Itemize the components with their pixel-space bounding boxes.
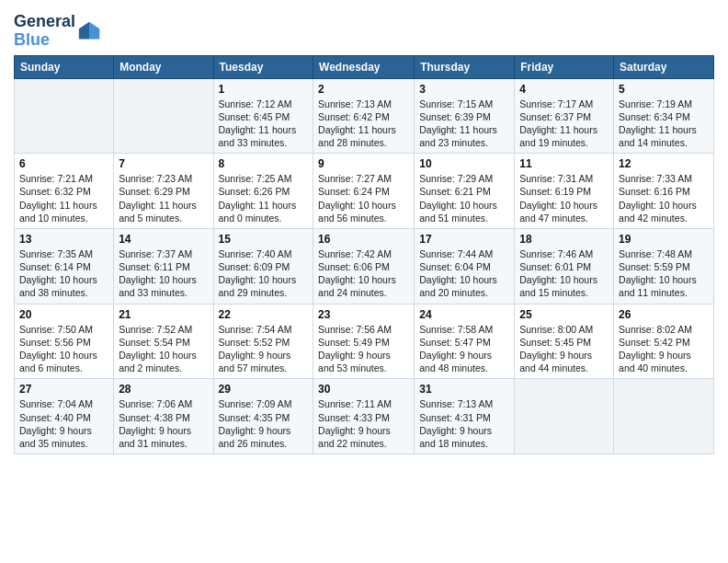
- day-info: Sunrise: 7:54 AM Sunset: 5:52 PM Dayligh…: [219, 323, 309, 375]
- day-number: 6: [19, 157, 108, 170]
- day-cell: 9Sunrise: 7:27 AM Sunset: 6:24 PM Daylig…: [313, 154, 415, 229]
- day-cell: 13Sunrise: 7:35 AM Sunset: 6:14 PM Dayli…: [15, 228, 114, 304]
- day-cell: 27Sunrise: 7:04 AM Sunset: 4:40 PM Dayli…: [15, 379, 114, 454]
- logo: GeneralBlue: [14, 13, 103, 50]
- day-cell: [614, 379, 714, 454]
- day-cell: [114, 78, 213, 154]
- day-info: Sunrise: 7:35 AM Sunset: 6:14 PM Dayligh…: [19, 247, 108, 300]
- col-header-wednesday: Wednesday: [313, 55, 415, 78]
- day-number: 22: [219, 308, 309, 321]
- col-header-monday: Monday: [114, 55, 213, 78]
- day-number: 11: [519, 157, 609, 170]
- day-number: 25: [519, 308, 609, 321]
- day-number: 9: [318, 157, 409, 170]
- week-row-3: 13Sunrise: 7:35 AM Sunset: 6:14 PM Dayli…: [15, 228, 714, 304]
- day-number: 26: [619, 308, 709, 321]
- day-number: 28: [119, 383, 208, 396]
- day-info: Sunrise: 7:15 AM Sunset: 6:39 PM Dayligh…: [419, 98, 509, 150]
- svg-marker-1: [79, 22, 89, 40]
- calendar-header: SundayMondayTuesdayWednesdayThursdayFrid…: [15, 55, 714, 78]
- day-info: Sunrise: 7:31 AM Sunset: 6:19 PM Dayligh…: [519, 172, 609, 224]
- day-cell: 4Sunrise: 7:17 AM Sunset: 6:37 PM Daylig…: [515, 78, 614, 154]
- calendar-table: SundayMondayTuesdayWednesdayThursdayFrid…: [14, 55, 714, 454]
- day-number: 15: [219, 233, 309, 246]
- day-number: 8: [219, 157, 309, 170]
- day-number: 14: [119, 233, 208, 246]
- day-cell: 15Sunrise: 7:40 AM Sunset: 6:09 PM Dayli…: [213, 228, 313, 304]
- day-cell: 11Sunrise: 7:31 AM Sunset: 6:19 PM Dayli…: [515, 154, 614, 229]
- day-info: Sunrise: 7:33 AM Sunset: 6:16 PM Dayligh…: [619, 172, 709, 224]
- day-number: 18: [519, 233, 609, 246]
- day-info: Sunrise: 7:06 AM Sunset: 4:38 PM Dayligh…: [119, 397, 208, 450]
- day-cell: 26Sunrise: 8:02 AM Sunset: 5:42 PM Dayli…: [614, 304, 714, 379]
- day-info: Sunrise: 7:40 AM Sunset: 6:09 PM Dayligh…: [219, 247, 309, 300]
- day-info: Sunrise: 7:13 AM Sunset: 4:31 PM Dayligh…: [419, 397, 509, 450]
- col-header-thursday: Thursday: [415, 55, 515, 78]
- day-info: Sunrise: 7:56 AM Sunset: 5:49 PM Dayligh…: [318, 323, 409, 375]
- week-row-4: 20Sunrise: 7:50 AM Sunset: 5:56 PM Dayli…: [15, 304, 714, 379]
- day-cell: 20Sunrise: 7:50 AM Sunset: 5:56 PM Dayli…: [15, 304, 114, 379]
- day-cell: [515, 379, 614, 454]
- day-number: 31: [419, 383, 509, 396]
- day-info: Sunrise: 7:12 AM Sunset: 6:45 PM Dayligh…: [219, 98, 309, 150]
- day-cell: 2Sunrise: 7:13 AM Sunset: 6:42 PM Daylig…: [313, 78, 415, 154]
- day-number: 12: [619, 157, 709, 170]
- day-info: Sunrise: 7:29 AM Sunset: 6:21 PM Dayligh…: [419, 172, 509, 224]
- day-info: Sunrise: 7:11 AM Sunset: 4:33 PM Dayligh…: [318, 397, 409, 450]
- day-number: 30: [318, 383, 409, 396]
- col-header-tuesday: Tuesday: [213, 55, 313, 78]
- day-cell: 21Sunrise: 7:52 AM Sunset: 5:54 PM Dayli…: [114, 304, 213, 379]
- day-info: Sunrise: 7:17 AM Sunset: 6:37 PM Dayligh…: [519, 98, 609, 150]
- day-cell: 1Sunrise: 7:12 AM Sunset: 6:45 PM Daylig…: [213, 78, 313, 154]
- day-cell: 25Sunrise: 8:00 AM Sunset: 5:45 PM Dayli…: [515, 304, 614, 379]
- day-cell: [15, 78, 114, 154]
- col-header-saturday: Saturday: [614, 55, 714, 78]
- day-cell: 5Sunrise: 7:19 AM Sunset: 6:34 PM Daylig…: [614, 78, 714, 154]
- day-number: 5: [619, 83, 709, 96]
- col-header-sunday: Sunday: [15, 55, 114, 78]
- day-number: 19: [619, 233, 709, 246]
- day-cell: 3Sunrise: 7:15 AM Sunset: 6:39 PM Daylig…: [415, 78, 515, 154]
- day-info: Sunrise: 7:50 AM Sunset: 5:56 PM Dayligh…: [19, 323, 108, 375]
- day-cell: 17Sunrise: 7:44 AM Sunset: 6:04 PM Dayli…: [415, 228, 515, 304]
- day-number: 10: [419, 157, 509, 170]
- day-info: Sunrise: 7:27 AM Sunset: 6:24 PM Dayligh…: [318, 172, 409, 224]
- day-cell: 30Sunrise: 7:11 AM Sunset: 4:33 PM Dayli…: [313, 379, 415, 454]
- day-cell: 12Sunrise: 7:33 AM Sunset: 6:16 PM Dayli…: [614, 154, 714, 229]
- day-number: 17: [419, 233, 509, 246]
- day-cell: 24Sunrise: 7:58 AM Sunset: 5:47 PM Dayli…: [415, 304, 515, 379]
- day-info: Sunrise: 8:00 AM Sunset: 5:45 PM Dayligh…: [519, 323, 609, 375]
- col-header-friday: Friday: [515, 55, 614, 78]
- day-cell: 7Sunrise: 7:23 AM Sunset: 6:29 PM Daylig…: [114, 154, 213, 229]
- day-cell: 23Sunrise: 7:56 AM Sunset: 5:49 PM Dayli…: [313, 304, 415, 379]
- week-row-5: 27Sunrise: 7:04 AM Sunset: 4:40 PM Dayli…: [15, 379, 714, 454]
- day-cell: 18Sunrise: 7:46 AM Sunset: 6:01 PM Dayli…: [515, 228, 614, 304]
- day-cell: 10Sunrise: 7:29 AM Sunset: 6:21 PM Dayli…: [415, 154, 515, 229]
- day-number: 24: [419, 308, 509, 321]
- day-info: Sunrise: 7:21 AM Sunset: 6:32 PM Dayligh…: [19, 172, 108, 224]
- day-cell: 22Sunrise: 7:54 AM Sunset: 5:52 PM Dayli…: [213, 304, 313, 379]
- day-info: Sunrise: 7:09 AM Sunset: 4:35 PM Dayligh…: [219, 397, 309, 450]
- day-info: Sunrise: 7:04 AM Sunset: 4:40 PM Dayligh…: [19, 397, 108, 450]
- day-info: Sunrise: 7:19 AM Sunset: 6:34 PM Dayligh…: [619, 98, 709, 150]
- day-number: 27: [19, 383, 108, 396]
- day-number: 4: [519, 83, 609, 96]
- day-number: 21: [119, 308, 208, 321]
- day-cell: 16Sunrise: 7:42 AM Sunset: 6:06 PM Dayli…: [313, 228, 415, 304]
- logo-text: GeneralBlue: [14, 13, 75, 50]
- day-info: Sunrise: 7:52 AM Sunset: 5:54 PM Dayligh…: [119, 323, 208, 375]
- day-number: 7: [119, 157, 208, 170]
- day-info: Sunrise: 7:13 AM Sunset: 6:42 PM Dayligh…: [318, 98, 409, 150]
- week-row-2: 6Sunrise: 7:21 AM Sunset: 6:32 PM Daylig…: [15, 154, 714, 229]
- day-info: Sunrise: 7:25 AM Sunset: 6:26 PM Dayligh…: [219, 172, 309, 224]
- day-cell: 8Sunrise: 7:25 AM Sunset: 6:26 PM Daylig…: [213, 154, 313, 229]
- day-cell: 29Sunrise: 7:09 AM Sunset: 4:35 PM Dayli…: [213, 379, 313, 454]
- day-number: 20: [19, 308, 108, 321]
- day-number: 13: [19, 233, 108, 246]
- logo-icon: [77, 18, 103, 44]
- day-cell: 28Sunrise: 7:06 AM Sunset: 4:38 PM Dayli…: [114, 379, 213, 454]
- day-number: 23: [318, 308, 409, 321]
- day-number: 16: [318, 233, 409, 246]
- day-cell: 6Sunrise: 7:21 AM Sunset: 6:32 PM Daylig…: [15, 154, 114, 229]
- day-number: 1: [219, 83, 309, 96]
